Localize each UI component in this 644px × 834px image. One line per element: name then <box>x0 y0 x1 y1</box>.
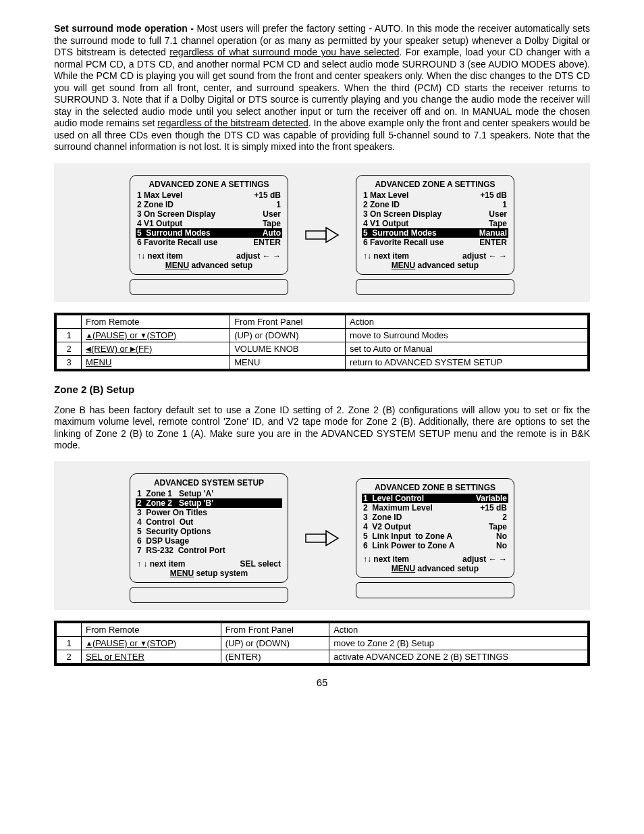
osd-button-strip <box>356 582 514 598</box>
page-number: 65 <box>54 677 590 688</box>
para1-u1: regardless of what surround mode you hav… <box>169 47 399 57</box>
cell-from-front-panel: (UP) or (DOWN) <box>221 636 329 650</box>
osd-row-label: 3 On Screen Display <box>363 209 441 219</box>
osd-row: 4 V1 OutputTape <box>362 219 508 228</box>
table-row: 1▲(PAUSE) or ▼(STOP)(UP) or (DOWN)move t… <box>55 328 589 342</box>
osd-row-label: 4 Control Out <box>137 517 193 527</box>
osd-row-label: 5 Security Options <box>137 527 211 536</box>
osd-zone-a-auto: ADVANCED ZONE A SETTINGS 1 Max Level+15 … <box>130 175 288 295</box>
osd-row-value: Manual <box>479 228 507 238</box>
osd-row-label: 1 Max Level <box>137 190 182 200</box>
table-head-frontpanel: From Front Panel <box>230 314 346 329</box>
osd-row-label: 2 Zone ID <box>363 200 400 209</box>
osd-row-label: 7 RS-232 Control Port <box>137 546 225 555</box>
para1-lead: Set surround mode operation - <box>54 23 197 34</box>
svg-rect-2 <box>306 534 326 542</box>
osd-row-value: 1 <box>502 200 507 209</box>
cell-from-front-panel: (UP) or (DOWN) <box>230 328 346 342</box>
osd-row-label: 4 V2 Output <box>363 522 411 531</box>
foot-next-item: ↑↓ next item <box>363 554 409 564</box>
cell-from-remote: ◀(REW) or ▶(FF) <box>82 342 230 355</box>
foot-select: SEL select <box>240 559 281 569</box>
osd-row-label: 6 Favorite Recall use <box>137 238 217 247</box>
cell-action: activate ADVANCED ZONE 2 (B) SETTINGS <box>329 650 589 664</box>
osd-row-value: Tape <box>489 219 507 228</box>
para1-t2: . For example, load your CD changer with… <box>54 47 590 128</box>
table-row: 2◀(REW) or ▶(FF)VOLUME KNOBset to Auto o… <box>55 342 589 355</box>
foot-menu-sub: setup system <box>194 569 248 578</box>
cell-from-front-panel: VOLUME KNOB <box>230 342 346 355</box>
osd-panels-surround: ADVANCED ZONE A SETTINGS 1 Max Level+15 … <box>54 163 590 302</box>
zone2-para: Zone B has been factory default set to u… <box>54 405 590 452</box>
osd-row-label: 3 On Screen Display <box>137 209 215 219</box>
foot-menu: MENU <box>392 261 415 270</box>
osd-title: ADVANCED SYSTEM SETUP <box>136 478 282 488</box>
osd-row: 1 Zone 1 Setup 'A' <box>136 489 282 498</box>
osd-row: 3 Power On Titles <box>136 508 282 517</box>
foot-next-item: ↑↓ next item <box>363 251 409 261</box>
osd-row-value: Tape <box>263 219 281 228</box>
cell-from-front-panel: (ENTER) <box>221 650 329 664</box>
row-number: 1 <box>55 328 82 342</box>
osd-row-value: 1 <box>276 200 281 209</box>
cell-action: move to Zone 2 (B) Setup <box>329 636 589 650</box>
osd-row-label: 3 Power On Titles <box>137 508 207 517</box>
foot-next-item: ↑↓ next item <box>137 251 183 261</box>
osd-row: 5 Surround ModesManual <box>362 228 508 238</box>
osd-row: 5 Security Options <box>136 527 282 536</box>
arrow-icon <box>302 528 342 548</box>
osd-row: 4 V1 OutputTape <box>136 219 282 228</box>
foot-adjust: adjust ← → <box>462 554 507 564</box>
osd-row-label: 2 Maximum Level <box>363 503 433 513</box>
row-number: 2 <box>55 650 82 664</box>
cell-from-remote: ▲(PAUSE) or ▼(STOP) <box>82 636 221 650</box>
osd-row-value: Auto <box>263 228 281 238</box>
row-number: 2 <box>55 342 82 355</box>
svg-marker-1 <box>326 228 338 242</box>
osd-button-strip <box>130 587 288 603</box>
osd-row-label: 4 V1 Output <box>363 219 408 228</box>
osd-title: ADVANCED ZONE A SETTINGS <box>136 180 282 189</box>
osd-row: 2 Zone 2 Setup 'B' <box>136 498 282 508</box>
osd-row-label: 4 V1 Output <box>137 219 182 228</box>
osd-row-value: User <box>489 209 507 219</box>
osd-row-value: No <box>496 531 507 541</box>
osd-row: 1 Max Level+15 dB <box>136 190 282 200</box>
osd-row-label: 2 Zone ID <box>137 200 173 209</box>
osd-row-label: 3 Zone ID <box>363 513 402 522</box>
osd-row: 6 Link Power to Zone ANo <box>362 541 508 550</box>
triangle-icon: ▲ <box>86 332 92 339</box>
osd-row-value: +15 dB <box>480 503 507 513</box>
osd-row-value: 2 <box>502 513 507 522</box>
osd-row: 3 On Screen DisplayUser <box>136 209 282 219</box>
osd-title: ADVANCED ZONE B SETTINGS <box>362 483 508 492</box>
osd-row-label: 5 Link Input to Zone A <box>363 531 452 541</box>
osd-row-label: 1 Zone 1 Setup 'A' <box>137 489 213 498</box>
osd-row-label: 5 Surround Modes <box>363 228 437 238</box>
osd-row: 6 DSP Usage <box>136 536 282 546</box>
osd-row-value: No <box>496 541 507 550</box>
osd-row-value: User <box>263 209 281 219</box>
foot-menu-sub: advanced setup <box>415 261 479 270</box>
foot-menu: MENU <box>392 564 415 573</box>
cell-from-remote: SEL or ENTER <box>82 650 221 664</box>
osd-row-value: +15 dB <box>480 190 507 200</box>
foot-adjust: adjust ← → <box>462 251 507 261</box>
row-number: 3 <box>55 355 82 370</box>
table-head-action: Action <box>329 622 589 637</box>
osd-row-value: ENTER <box>253 238 281 247</box>
osd-row-label: 6 Favorite Recall use <box>363 238 444 247</box>
osd-row: 5 Link Input to Zone ANo <box>362 531 508 541</box>
osd-button-strip <box>356 279 514 295</box>
cell-from-front-panel: MENU <box>230 355 346 370</box>
table-head-blank <box>55 622 82 637</box>
table-row: 2SEL or ENTER(ENTER)activate ADVANCED ZO… <box>55 650 589 664</box>
triangle-icon: ▼ <box>140 332 146 339</box>
action-table-zone2: From Remote From Front Panel Action 1▲(P… <box>54 621 590 666</box>
foot-menu-sub: advanced setup <box>189 261 252 270</box>
triangle-icon: ◀ <box>86 345 91 353</box>
cell-from-remote: ▲(PAUSE) or ▼(STOP) <box>82 328 230 342</box>
triangle-icon: ▼ <box>140 640 146 647</box>
osd-row-value: Tape <box>489 522 507 531</box>
zone2-setup-heading: Zone 2 (B) Setup <box>54 384 590 395</box>
